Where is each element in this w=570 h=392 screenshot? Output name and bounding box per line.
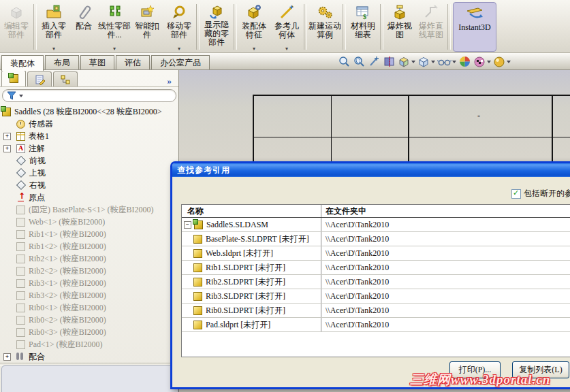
find-references-dialog: 查找参考引用 包括断开的参考 名称 在文件夹中 −SaddleS.SLDASM … (170, 161, 570, 389)
dropdown-arrow-icon[interactable] (431, 61, 435, 63)
tree-item-front-plane[interactable]: 前视 (0, 154, 178, 167)
part-icon (16, 304, 25, 312)
tree-item-component[interactable]: Rib1<1> (鞍座BI2000) (0, 228, 178, 240)
toolbar-separator (380, 4, 383, 50)
tree-item-right-plane[interactable]: 右视 (0, 179, 178, 191)
reference-row[interactable]: Pad.sldprt [未打开] \\Acer\D\Tank2010 (182, 318, 570, 332)
expand-toggle[interactable]: + (3, 353, 11, 361)
filter-dropdown-arrow-icon[interactable] (19, 95, 23, 97)
tree-item-component[interactable]: Rib0<3> (鞍座BI2000) (0, 326, 178, 338)
tree-item-tables[interactable]: +表格1 (0, 130, 178, 142)
dialog-title: 查找参考引用 (177, 165, 230, 176)
tree-item-component[interactable]: Rib0<2> (鞍座BI2000) (0, 314, 178, 326)
tree-item-component[interactable]: Rib3<1> (鞍座BI2000) (0, 277, 178, 289)
smart-fasteners-button[interactable]: 智能扣件 (131, 1, 163, 52)
tree-item-component[interactable]: Rib0<1> (鞍座BI2000) (0, 301, 178, 314)
tab-layout[interactable]: 布局 (45, 55, 79, 69)
apply-scene-icon[interactable] (458, 55, 471, 68)
move-component-icon (170, 3, 188, 22)
configurationmanager-tab[interactable] (53, 71, 78, 86)
section-view-icon[interactable] (383, 55, 396, 68)
tab-evaluate[interactable]: 评估 (116, 55, 150, 69)
filter-funnel-icon (7, 91, 16, 100)
toolbar-separator (33, 4, 37, 50)
expand-toggle[interactable]: + (3, 133, 11, 140)
tree-item-annotations[interactable]: +注解 (0, 142, 178, 154)
dropdown-arrow-icon[interactable]: ▾ (178, 46, 180, 52)
display-style-icon[interactable] (417, 55, 435, 68)
featuremanager-tree-tab[interactable] (1, 70, 26, 86)
reference-row[interactable]: BasePlate-S.SLDPRT [未打开] \\Acer\D\Tank20… (182, 232, 570, 246)
edit-component-button[interactable]: 编辑零部件 (0, 1, 33, 52)
reference-row[interactable]: −SaddleS.SLDASM \\Acer\D\Tank2010 (182, 218, 570, 232)
expand-toggle[interactable]: + (3, 145, 11, 152)
part-icon (16, 328, 25, 337)
explode-line-sketch-button[interactable]: 爆炸直线草图 (415, 1, 447, 52)
bill-of-materials-button[interactable]: $ 材料明细表 (347, 1, 379, 52)
hide-show-items-icon[interactable] (437, 55, 456, 68)
assembly-icon (2, 108, 11, 116)
checkbox-checked-icon[interactable] (511, 189, 521, 199)
dropdown-arrow-icon[interactable]: ▾ (285, 46, 288, 52)
panel-overflow-chevron[interactable]: » (168, 76, 172, 86)
include-broken-references-checkbox[interactable]: 包括断开的参考 (511, 188, 570, 199)
insert-components-button[interactable]: 插入零部件▾ (37, 1, 70, 52)
tree-item-component[interactable]: Web<1> (鞍座BI2000) (0, 216, 178, 228)
smart-fasteners-icon (138, 3, 156, 22)
tree-item-assembly-root[interactable]: SaddleS (28 鞍座BI2000<<28 鞍座BI2000> (0, 105, 178, 118)
magnified-selection-icon[interactable] (368, 55, 381, 68)
exploded-view-button[interactable]: 爆炸视图 (384, 1, 415, 52)
appearances-icon[interactable] (493, 55, 511, 68)
tree-item-sensors[interactable]: 传感器 (0, 118, 178, 130)
dropdown-arrow-icon[interactable]: ▾ (52, 46, 55, 52)
dialog-titlebar[interactable]: 查找参考引用 (172, 163, 570, 177)
bill-of-materials-icon: $ (354, 3, 372, 22)
new-motion-study-button[interactable]: 新建运动算例 (308, 1, 342, 52)
tab-assembly[interactable]: 装配体 (1, 55, 44, 71)
zoom-to-area-icon[interactable] (353, 55, 366, 68)
zoom-to-fit-icon[interactable] (338, 55, 351, 68)
tree-item-component[interactable]: (固定) BasePlate-S<1> (鞍座BI2000) (0, 203, 178, 216)
propertymanager-tab[interactable] (27, 71, 52, 86)
view-settings-icon[interactable] (473, 55, 491, 68)
reference-geometry-button[interactable]: 参考几何体▾ (270, 1, 303, 52)
reference-row[interactable]: Rib2.SLDPRT [未打开] \\Acer\D\Tank2010 (182, 275, 570, 289)
dropdown-arrow-icon[interactable] (452, 61, 456, 63)
part-icon (16, 242, 25, 251)
dropdown-arrow-icon[interactable] (411, 61, 415, 63)
tree-item-component[interactable]: Rib2<2> (鞍座BI2000) (0, 265, 178, 277)
linear-component-pattern-button[interactable]: 线性零部件...▾ (97, 1, 131, 52)
tree-item-component[interactable]: Rib3<2> (鞍座BI2000) (0, 289, 178, 301)
tree-item-mates[interactable]: +配合 (0, 350, 178, 363)
dropdown-arrow-icon[interactable]: ▾ (253, 46, 255, 52)
dropdown-arrow-icon[interactable] (507, 61, 511, 63)
instant3d-button[interactable]: Instant3D (453, 2, 496, 52)
dropdown-arrow-icon[interactable]: ▾ (113, 46, 116, 52)
tab-sketch[interactable]: 草图 (80, 55, 114, 69)
panel-bottom-pane (1, 365, 178, 392)
tree-item-origin[interactable]: 原点 (0, 191, 178, 203)
reference-row[interactable]: Rib1.SLDPRT [未打开] \\Acer\D\Tank2010 (182, 261, 570, 275)
tree-item-component[interactable]: Rib1<2> (鞍座BI2000) (0, 240, 178, 252)
tree-item-top-plane[interactable]: 上视 (0, 167, 178, 179)
view-orientation-icon[interactable] (398, 55, 415, 68)
column-in-folder[interactable]: 在文件夹中 (321, 205, 570, 217)
tree-filter-bar[interactable] (2, 89, 176, 102)
reference-row[interactable]: Rib0.SLDPRT [未打开] \\Acer\D\Tank2010 (182, 304, 570, 318)
tree-item-component[interactable]: Pad<1> (鞍座BI2000) (0, 338, 178, 350)
collapse-toggle[interactable]: − (184, 221, 191, 229)
tab-office-products[interactable]: 办公室产品 (151, 55, 210, 69)
tree-item-component[interactable]: Rib2<1> (鞍座BI2000) (0, 252, 178, 265)
mate-button[interactable]: 配合 (70, 1, 97, 52)
assembly-icon (194, 220, 203, 229)
part-icon (16, 340, 25, 349)
show-hidden-components-button[interactable]: 显示隐藏的零部件 (200, 1, 233, 52)
move-component-button[interactable]: 移动零部件▾ (163, 1, 195, 52)
reference-row[interactable]: Web.sldprt [未打开] \\Acer\D\Tank2010 (182, 246, 570, 261)
toolbar-separator (234, 4, 237, 50)
plane-icon (16, 168, 26, 178)
dropdown-arrow-icon[interactable] (487, 61, 491, 63)
reference-row[interactable]: Rib3.SLDPRT [未打开] \\Acer\D\Tank2010 (182, 289, 570, 304)
assembly-features-button[interactable]: 装配体特征▾ (238, 1, 270, 52)
column-name[interactable]: 名称 (182, 206, 321, 217)
